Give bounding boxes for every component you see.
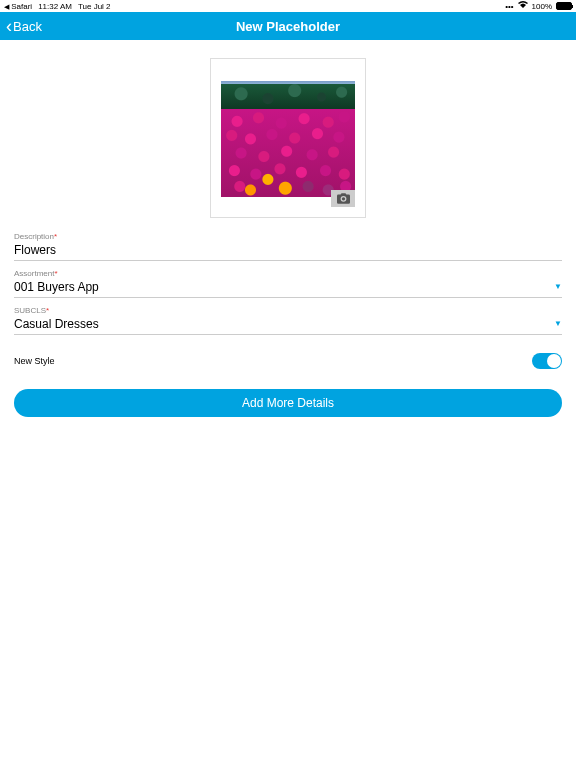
back-to-app[interactable]: ◀ Safari	[4, 2, 32, 11]
back-label: Back	[13, 19, 42, 34]
add-more-details-button[interactable]: Add More Details	[14, 389, 562, 417]
status-bar: ◀ Safari 11:32 AM Tue Jul 2 ••• 100%	[0, 0, 576, 12]
assortment-label: Assortment*	[14, 269, 562, 278]
cellular-dots-icon: •••	[505, 2, 513, 11]
new-style-row: New Style	[14, 353, 562, 369]
status-time: 11:32 AM	[38, 2, 72, 11]
subcls-value: Casual Dresses	[14, 317, 562, 331]
toggle-knob	[547, 354, 561, 368]
product-image[interactable]	[221, 81, 355, 197]
back-button[interactable]: ‹ Back	[0, 17, 42, 35]
battery-icon	[556, 2, 572, 10]
status-date: Tue Jul 2	[78, 2, 111, 11]
new-style-label: New Style	[14, 356, 55, 366]
chevron-down-icon: ▼	[554, 319, 562, 328]
battery-percent: 100%	[532, 2, 552, 11]
wifi-icon	[518, 1, 528, 11]
camera-button[interactable]	[331, 190, 355, 207]
assortment-field[interactable]: Assortment* 001 Buyers App ▼	[14, 269, 562, 298]
status-left: ◀ Safari 11:32 AM Tue Jul 2	[4, 2, 111, 11]
assortment-value: 001 Buyers App	[14, 280, 562, 294]
description-value: Flowers	[14, 243, 562, 257]
chevron-left-icon: ‹	[6, 17, 12, 35]
content: Description* Flowers Assortment* 001 Buy…	[0, 40, 576, 417]
page-title: New Placeholder	[236, 19, 340, 34]
camera-icon	[337, 193, 350, 204]
new-style-toggle[interactable]	[532, 353, 562, 369]
image-preview-box	[210, 58, 366, 218]
status-right: ••• 100%	[505, 1, 572, 11]
subcls-field[interactable]: SUBCLS* Casual Dresses ▼	[14, 306, 562, 335]
chevron-down-icon: ▼	[554, 282, 562, 291]
description-label: Description*	[14, 232, 562, 241]
description-field[interactable]: Description* Flowers	[14, 232, 562, 261]
nav-header: ‹ Back New Placeholder	[0, 12, 576, 40]
subcls-label: SUBCLS*	[14, 306, 562, 315]
